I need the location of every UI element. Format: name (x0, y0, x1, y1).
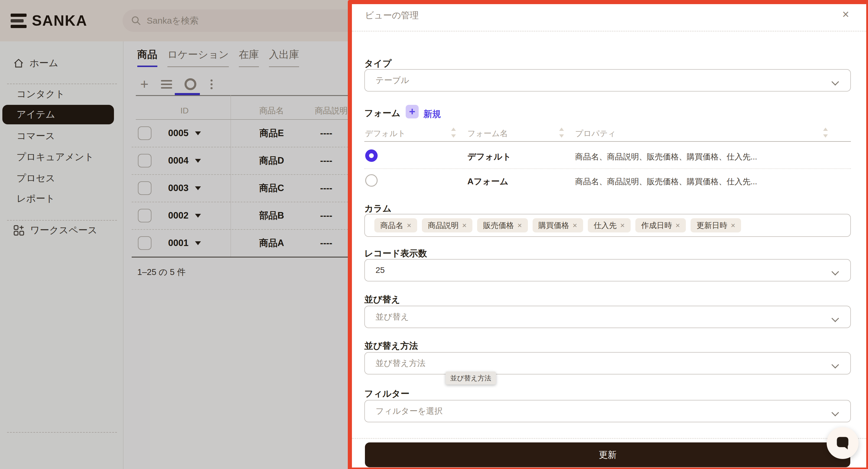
remove-tag-icon[interactable]: × (517, 221, 522, 230)
type-select-value: テーブル (376, 75, 409, 86)
close-icon[interactable]: × (842, 8, 849, 21)
remove-tag-icon[interactable]: × (676, 221, 680, 230)
form-label: フォーム (364, 107, 400, 119)
column-tag: 商品名 × (374, 218, 417, 232)
form-row-name: デフォルト (467, 151, 511, 163)
form-col-default: デフォルト (365, 128, 406, 139)
chevron-down-icon (832, 411, 838, 418)
records-select-value: 25 (376, 265, 385, 275)
sort-method-tooltip: 並び替え方法 (445, 372, 496, 384)
sort-icon[interactable] (451, 127, 456, 138)
modal-title: ビューの管理 (365, 9, 418, 22)
chevron-down-icon (832, 317, 838, 323)
columns-label: カラム (364, 203, 392, 215)
columns-multiselect[interactable]: 商品名 × 商品説明 × 販売価格 × 購買価格 × 仕入先 × 作成日時 × (364, 214, 851, 237)
column-tag: 更新日時 × (690, 218, 741, 232)
form-table-header-border (364, 141, 851, 142)
chat-launcher-button[interactable] (827, 427, 859, 459)
modal-footer-divider (352, 438, 866, 439)
sort-method-select[interactable]: 並び替え方法 (364, 352, 851, 375)
sort-select[interactable]: 並び替え (364, 306, 851, 328)
sort-icon[interactable] (559, 127, 564, 138)
plus-icon: + (409, 106, 415, 117)
sort-method-placeholder: 並び替え方法 (376, 358, 426, 369)
view-management-modal: ビューの管理 × タイプ テーブル フォーム + 新規 デフォルト フォーム名 … (348, 0, 868, 469)
filter-select[interactable]: フィルターを選択 (364, 400, 851, 422)
new-form-label[interactable]: 新規 (423, 108, 441, 120)
records-label: レコード表示数 (364, 247, 427, 260)
form-col-name: フォーム名 (467, 128, 508, 139)
app-root: SANKA ホーム コンタクト アイテム コマース プロキュアメント (0, 0, 868, 469)
form-row-props: 商品名、商品説明、販売価格、購買価格、仕入先... (575, 176, 757, 187)
chevron-down-icon (832, 80, 838, 87)
column-tag: 商品説明 × (422, 218, 472, 232)
column-tag: 仕入先 × (588, 218, 631, 232)
form-row-divider (364, 168, 851, 169)
update-button[interactable]: 更新 (365, 442, 850, 467)
remove-tag-icon[interactable]: × (407, 221, 411, 230)
remove-tag-icon[interactable]: × (731, 221, 735, 230)
form-col-props: プロパティ (575, 128, 616, 139)
sort-icon[interactable] (823, 127, 828, 138)
filter-label: フィルター (364, 388, 409, 400)
remove-tag-icon[interactable]: × (620, 221, 625, 230)
remove-tag-icon[interactable]: × (462, 221, 466, 230)
chevron-down-icon (832, 270, 838, 277)
type-label: タイプ (364, 58, 392, 70)
form-row-name: Aフォーム (467, 176, 508, 187)
sort-label: 並び替え (364, 294, 400, 306)
column-tag: 販売価格 × (477, 218, 528, 232)
modal-divider (352, 31, 866, 32)
chevron-down-icon (832, 363, 838, 370)
records-select[interactable]: 25 (364, 259, 851, 282)
sort-select-placeholder: 並び替え (376, 311, 409, 323)
sort-method-label: 並び替え方法 (364, 340, 418, 352)
column-tag: 作成日時 × (636, 218, 686, 232)
form-row-props: 商品名、商品説明、販売価格、購買価格、仕入先... (575, 151, 757, 162)
new-form-button[interactable]: + (406, 105, 418, 118)
chat-bubble-icon (835, 435, 850, 451)
filter-select-placeholder: フィルターを選択 (376, 406, 442, 417)
remove-tag-icon[interactable]: × (573, 221, 577, 230)
default-form-radio-selected[interactable] (365, 149, 378, 162)
a-form-radio[interactable] (365, 174, 378, 187)
column-tag: 購買価格 × (533, 218, 583, 232)
type-select[interactable]: テーブル (364, 69, 851, 92)
